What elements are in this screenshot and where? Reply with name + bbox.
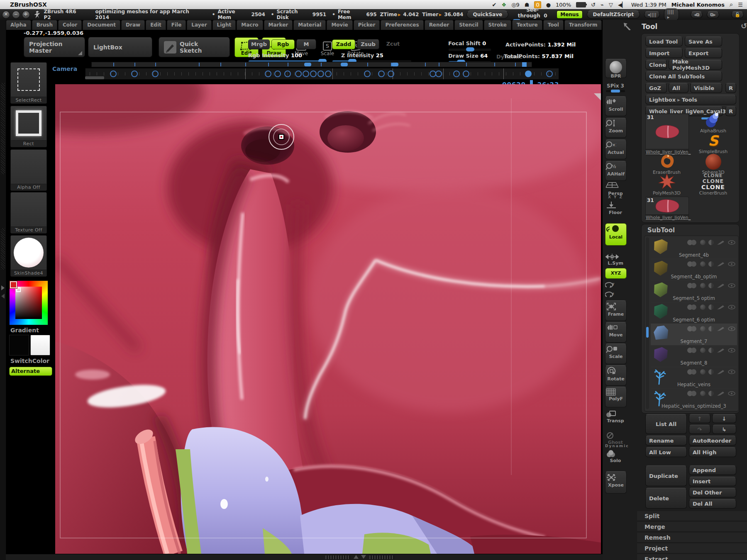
menu-tab-color[interactable]: Color — [58, 20, 82, 30]
strip-polyf-button[interactable]: PolyF — [605, 387, 627, 407]
menu-tab-preferences[interactable]: Preferences — [381, 20, 423, 30]
subtool-toggle-icons[interactable] — [687, 348, 735, 353]
clone-all-subtools-button[interactable]: Clone All SubTools — [645, 71, 722, 81]
tool-item-polymesh3d[interactable]: PolyMesh3D — [645, 176, 688, 196]
subtool-up-button[interactable]: ↑ — [689, 414, 710, 423]
timeline-keyframe[interactable] — [295, 71, 302, 77]
polypaint-icon[interactable] — [687, 348, 697, 353]
tray-collapse-right-icon[interactable]: ||||▸ — [664, 8, 679, 21]
strip-actual-button[interactable]: ×1Actual — [605, 139, 627, 159]
zcut-button[interactable]: Zcut — [383, 39, 403, 49]
subtool-row-segment-4b[interactable]: Segment_4b — [651, 237, 737, 259]
shade-icon[interactable] — [700, 283, 706, 288]
polypaint-icon[interactable] — [687, 369, 697, 375]
mrgb-button[interactable]: Mrgb — [248, 39, 270, 49]
subtool-toggle-icons[interactable] — [687, 261, 735, 267]
focal-shift-slider[interactable] — [448, 48, 491, 51]
timeline-keyframe[interactable] — [110, 71, 117, 77]
menu-tab-stroke[interactable]: Stroke — [484, 20, 511, 30]
texture-tile[interactable]: Texture Off — [10, 192, 47, 234]
secondary-color-swatch[interactable] — [30, 335, 50, 355]
tray-expand-right-icon[interactable] — [1, 285, 5, 290]
strip-transp-button[interactable]: Transp — [605, 409, 626, 427]
clone-button[interactable]: Clone — [645, 60, 667, 70]
strip-rotate-button[interactable]: Rotate — [605, 365, 627, 386]
menu-tab-render[interactable]: Render — [425, 20, 454, 30]
polypaint-icon[interactable] — [687, 304, 697, 310]
brush-icon[interactable] — [717, 283, 725, 288]
shade-icon[interactable] — [700, 304, 706, 310]
strip-zoom-button[interactable]: Zoom — [605, 118, 627, 138]
timeline-keyframe[interactable] — [265, 71, 271, 77]
subtool-down-button[interactable]: ↓ — [712, 414, 736, 423]
timeline-playhead[interactable] — [525, 71, 532, 77]
menu-tab-picker[interactable]: Picker — [354, 20, 380, 30]
menu-tab-marker[interactable]: Marker — [264, 20, 293, 30]
polypaint-icon[interactable] — [687, 283, 697, 288]
menu-tab-alpha[interactable]: Alpha — [6, 20, 31, 30]
timeline-scroll-nub[interactable] — [85, 76, 104, 79]
timeline-keyframe[interactable] — [274, 71, 281, 77]
visibility-eye-icon[interactable] — [728, 326, 735, 331]
subtool-toggle-icons[interactable] — [687, 304, 735, 310]
half-shade-icon[interactable] — [708, 326, 714, 331]
timeline-handle[interactable] — [304, 63, 311, 66]
menu-tab-document[interactable]: Document — [83, 20, 120, 30]
left-scroll-texture[interactable] — [1, 83, 5, 174]
subtool-header[interactable]: SubTool — [647, 226, 675, 234]
stroke-rect-tile[interactable]: Rect — [10, 106, 47, 147]
gradient-label[interactable]: Gradient — [10, 327, 39, 334]
strip-move-button[interactable]: Move — [605, 322, 627, 343]
menu-tab-stencil[interactable]: Stencil — [454, 20, 483, 30]
brush-icon[interactable] — [717, 391, 725, 396]
subtool-row-segment-4b-optim[interactable]: Segment_4b_optim — [651, 259, 737, 281]
polypaint-icon[interactable] — [687, 240, 697, 245]
list-all-button[interactable]: List All — [645, 414, 687, 434]
brush-icon[interactable] — [717, 348, 725, 353]
rgb-button[interactable]: Rgb — [271, 39, 295, 49]
strip-local-button[interactable]: Local — [605, 223, 627, 246]
main-color-swatch[interactable] — [9, 335, 29, 355]
switch-color-label[interactable]: SwitchColor — [10, 358, 49, 364]
palette-section-split[interactable]: Split — [637, 511, 747, 521]
viewport-canvas[interactable] — [55, 84, 601, 554]
subtool-toggle-icons[interactable] — [687, 391, 735, 396]
subtool-row-segment-7[interactable]: Segment_7 — [651, 324, 737, 346]
tray-collapse-left-icon2[interactable] — [1, 294, 5, 299]
menu-tab-movie[interactable]: Movie — [327, 20, 352, 30]
menu-tab-transform[interactable]: Transform — [564, 20, 602, 30]
stroke-picker-tile[interactable]: SelectRect — [10, 62, 47, 104]
timeline-keyframe[interactable] — [388, 71, 394, 77]
timeline-keyframe[interactable] — [131, 71, 138, 77]
zadd-button[interactable]: Zadd — [332, 39, 355, 49]
delete-button[interactable]: Delete — [645, 488, 687, 509]
subtool-scrollbar[interactable] — [646, 237, 649, 409]
strip-roty-button[interactable]: y — [605, 280, 626, 289]
default-zscript-button[interactable]: DefaultZScript — [587, 10, 640, 19]
tool-item-whole-liver-ligven-[interactable]: 31Whole_liver_ligVen_ — [645, 114, 689, 155]
current-color-swatch[interactable] — [10, 281, 17, 288]
strip-floor-button[interactable]: Floor — [605, 200, 626, 220]
timeline-keyframe[interactable] — [152, 71, 159, 77]
subtool-row-hepatic-veins[interactable]: Hepatic_veins — [651, 367, 737, 389]
projection-master-button[interactable]: Projection Master — [24, 37, 85, 57]
export-button[interactable]: Export — [685, 48, 722, 58]
visibility-eye-icon[interactable] — [728, 348, 735, 353]
del-all-button[interactable]: Del All — [689, 499, 736, 509]
timeline-keyframe[interactable] — [364, 71, 371, 77]
m-button[interactable]: M — [296, 39, 316, 49]
brush-icon[interactable] — [717, 305, 725, 310]
app-name[interactable]: ZBrushOSX — [10, 1, 47, 8]
material-tile[interactable]: SkinShade4 — [10, 235, 47, 277]
goz-visible-button[interactable]: Visible — [690, 83, 722, 93]
subtool-toggle-icons[interactable] — [687, 326, 735, 331]
polypaint-icon[interactable] — [687, 326, 697, 331]
menu-tab-file[interactable]: File — [167, 20, 186, 30]
tool-item-simplebrush[interactable]: SSimpleBrush — [690, 134, 736, 154]
rename-button[interactable]: Rename — [645, 436, 687, 446]
del-other-button[interactable]: Del Other — [689, 488, 736, 497]
brush-icon[interactable] — [717, 326, 725, 331]
subtool-moveup-icon[interactable]: ↷ — [689, 425, 710, 434]
strip-xyz-button[interactable]: XYZ — [605, 268, 627, 279]
visibility-eye-icon[interactable] — [728, 240, 735, 245]
